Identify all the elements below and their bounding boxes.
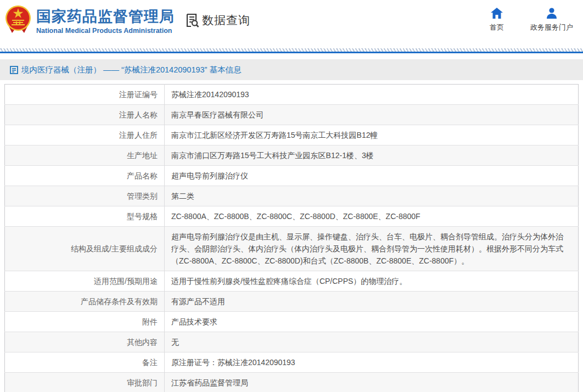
document-search-icon [184,13,200,28]
data-query-section[interactable]: 数据查询 [184,13,250,28]
registration-info-table: 注册证编号苏械注准20142090193注册人名称南京早春医疗器械有限公司注册人… [4,84,579,392]
row-value: 苏械注准20142090193 [165,85,579,105]
row-value: 江苏省药品监督管理局 [165,373,579,392]
national-emblem-icon [4,4,32,34]
row-value: 适用于慢性前列腺炎/慢性盆腔疼痛综合症（CP/CPPS）的物理治疗。 [165,271,579,292]
row-value: 有源产品不适用 [165,292,579,312]
home-icon [491,8,503,19]
table-row: 产品名称超声电导前列腺治疗仪 [5,166,579,186]
table-row: 结构及组成/主要组成成分超声电导前列腺治疗仪是由主机、显示屏、操作键盘、治疗头、… [5,227,579,271]
row-value: 超声电导前列腺治疗仪 [165,166,579,186]
table-row: 适用范围/预期用途适用于慢性前列腺炎/慢性盆腔疼痛综合症（CP/CPPS）的物理… [5,271,579,292]
site-title: 国家药品监督管理局 National Medical Products Admi… [36,8,175,35]
row-label: 管理类别 [5,186,165,206]
row-label: 注册证编号 [5,85,165,105]
table-row: 备注原注册证号：苏械注准20142090193 [5,352,579,373]
blue-separator-line [0,52,583,53]
top-nav: 首页 政务服务门户 [490,8,573,32]
nav-gov-portal-label: 政务服务门户 [530,23,573,32]
row-label: 生产地址 [5,145,165,166]
data-query-label: 数据查询 [202,13,250,28]
table-row: 产品储存条件及有效期有源产品不适用 [5,292,579,312]
registration-info-table-wrap: 注册证编号苏械注准20142090193注册人名称南京早春医疗器械有限公司注册人… [4,84,579,392]
table-row: 型号规格ZC-8800A、ZC-8800B、ZC-8800C、ZC-8800D、… [5,206,579,227]
site-title-cn: 国家药品监督管理局 [36,8,175,25]
user-icon [546,8,558,19]
row-label: 适用范围/预期用途 [5,271,165,292]
form-icon [10,66,18,74]
table-row: 注册人名称南京早春医疗器械有限公司 [5,105,579,125]
nav-home[interactable]: 首页 [490,8,504,32]
site-title-en: National Medical Products Administration [36,27,175,35]
table-row: 生产地址南京市浦口区万寿路15号工大科技产业园东区B12-1楼、3楼 [5,145,579,166]
table-row: 附件产品技术要求 [5,312,579,332]
row-value: 原注册证号：苏械注准20142090193 [165,352,579,373]
row-value: 产品技术要求 [165,312,579,332]
info-table-body: 注册证编号苏械注准20142090193注册人名称南京早春医疗器械有限公司注册人… [5,85,579,392]
table-row: 其他内容无 [5,332,579,352]
breadcrumb-bar: 境内医疗器械（注册） —— “苏械注准20142090193” 基本信息 [0,59,583,80]
row-label: 注册人住所 [5,125,165,145]
row-value: ZC-8800A、ZC-8800B、ZC-8800C、ZC-8800D、ZC-8… [165,206,579,227]
row-label: 产品名称 [5,166,165,186]
row-label: 备注 [5,352,165,373]
row-label: 其他内容 [5,332,165,352]
row-value: 南京市江北新区经济开发区万寿路15号南京工大科技园B12幢 [165,125,579,145]
table-row: 管理类别第二类 [5,186,579,206]
row-label: 结构及组成/主要组成成分 [5,227,165,271]
page-header: 国家药品监督管理局 National Medical Products Admi… [0,0,583,48]
nmpa-emblem-logo [4,4,32,34]
row-label: 附件 [5,312,165,332]
row-value: 南京早春医疗器械有限公司 [165,105,579,125]
row-label: 型号规格 [5,206,165,227]
row-label: 审批部门 [5,373,165,392]
nav-gov-portal[interactable]: 政务服务门户 [530,8,573,32]
row-label: 产品储存条件及有效期 [5,292,165,312]
nav-home-label: 首页 [490,23,504,32]
breadcrumb: 境内医疗器械（注册） —— “苏械注准20142090193” 基本信息 [21,65,241,75]
row-value: 无 [165,332,579,352]
table-row: 注册证编号苏械注准20142090193 [5,85,579,105]
row-value: 南京市浦口区万寿路15号工大科技产业园东区B12-1楼、3楼 [165,145,579,166]
row-value: 第二类 [165,186,579,206]
row-value: 超声电导前列腺治疗仪是由主机、显示屏、操作键盘、治疗头、台车、电极片、耦合剂导管… [165,227,579,271]
table-row: 注册人住所南京市江北新区经济开发区万寿路15号南京工大科技园B12幢 [5,125,579,145]
table-row: 审批部门江苏省药品监督管理局 [5,373,579,392]
row-label: 注册人名称 [5,105,165,125]
